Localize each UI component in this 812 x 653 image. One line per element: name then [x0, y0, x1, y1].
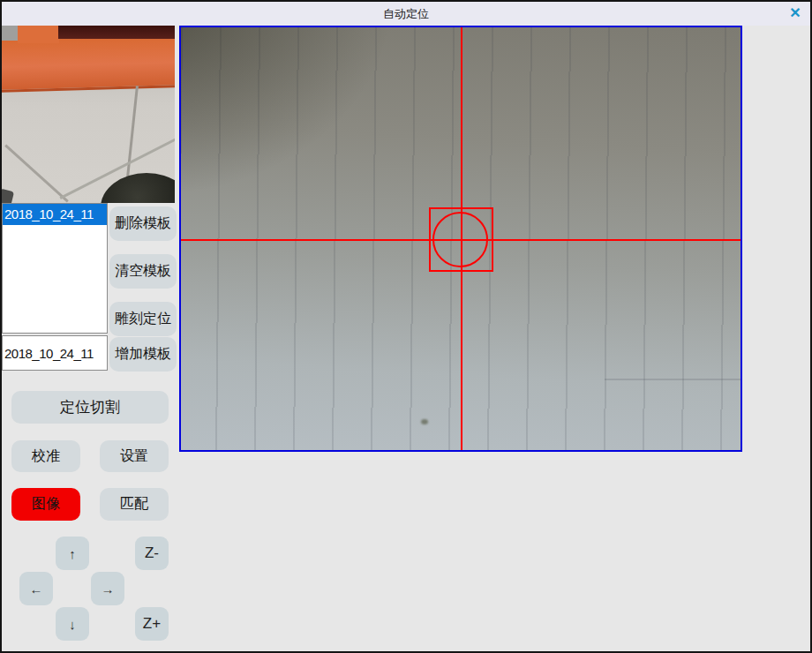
template-list[interactable]: 2018_10_24_11 [2, 203, 108, 334]
jog-up-button[interactable]: ↑ [56, 537, 89, 570]
thumbnail-orange-beam [2, 34, 175, 93]
feed-grout-line [605, 379, 741, 380]
camera-feed [181, 27, 741, 450]
position-cut-button[interactable]: 定位切割 [11, 391, 169, 424]
close-icon[interactable]: ✕ [786, 4, 804, 22]
calibrate-button[interactable]: 校准 [11, 440, 80, 472]
title-bar: 自动定位 ✕ [2, 2, 810, 26]
thumbnail-grout-line [4, 145, 69, 203]
settings-button[interactable]: 设置 [100, 440, 169, 472]
thumbnail-dark-object [101, 173, 175, 203]
jog-right-button[interactable]: → [91, 572, 124, 605]
thumbnail-dark-patch [2, 189, 14, 203]
auto-positioning-dialog: 自动定位 ✕ 2018_10_24_11 删除模板 清空模板 雕刻定位 增加模板… [0, 0, 812, 653]
feed-smudge-dot [421, 419, 428, 424]
jog-down-button[interactable]: ↓ [56, 607, 89, 641]
thumbnail-grout-line [125, 86, 139, 186]
z-plus-button[interactable]: Z+ [135, 607, 169, 641]
thumbnail-orange-box [18, 26, 59, 43]
z-minus-button[interactable]: Z- [135, 537, 169, 570]
engrave-position-button[interactable]: 雕刻定位 [109, 302, 177, 336]
window-title: 自动定位 [383, 6, 429, 22]
match-button[interactable]: 匹配 [100, 488, 169, 521]
image-button[interactable]: 图像 [11, 488, 80, 521]
template-name-input[interactable] [2, 335, 108, 371]
delete-template-button[interactable]: 删除模板 [109, 206, 177, 241]
template-thumbnail [2, 26, 175, 203]
thumbnail-maroon-bar [58, 26, 175, 39]
list-item[interactable]: 2018_10_24_11 [3, 204, 107, 225]
camera-view[interactable] [179, 26, 742, 452]
clear-templates-button[interactable]: 清空模板 [109, 254, 177, 289]
jog-left-button[interactable]: ← [19, 572, 53, 605]
thumbnail-corner [2, 26, 19, 41]
add-template-button[interactable]: 增加模板 [109, 337, 177, 372]
target-circle [432, 212, 488, 267]
